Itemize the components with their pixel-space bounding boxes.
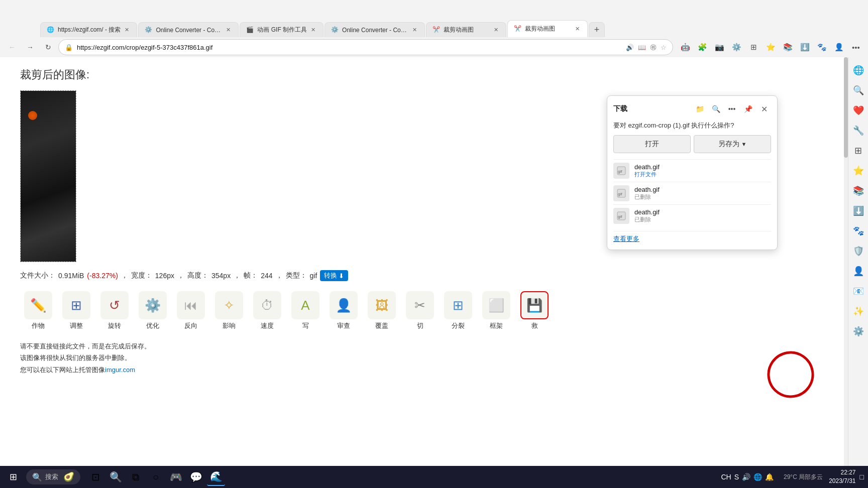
split-btn[interactable]: ⊞ <box>745 39 762 55</box>
scrollbar-thumb[interactable] <box>844 57 848 158</box>
tool-save[interactable]: 💾 救 <box>516 289 553 332</box>
more-options-btn[interactable]: ••• <box>848 39 864 55</box>
address-field[interactable]: 🔒 https://ezgif.com/crop/ezgif-5-373c437… <box>58 39 673 55</box>
tab-tab4[interactable]: ⚙️ Online Converter - Conver... ✕ <box>324 22 425 37</box>
sidebar-favorites[interactable]: ❤️ <box>849 101 867 119</box>
dp-question-text: 要对 ezgif.com-crop (1).gif 执行什么操作? <box>613 121 771 130</box>
taskbar-clock[interactable]: 22:27 2023/7/31 <box>829 468 855 485</box>
dp-close-btn[interactable]: ✕ <box>757 102 771 116</box>
imgur-link[interactable]: imgur.com <box>105 366 135 374</box>
extensions-btn[interactable]: 🧩 <box>694 39 710 55</box>
sidebar-star[interactable]: ⭐ <box>849 162 867 180</box>
tab-close[interactable]: ✕ <box>573 25 581 33</box>
taskbar-app-windows-btn[interactable]: ⊡ <box>86 468 104 486</box>
volume-icon[interactable]: 🔊 <box>742 473 750 481</box>
type-label: 类型： <box>286 271 307 280</box>
clock-date: 2023/7/31 <box>829 477 855 485</box>
ime-icon[interactable]: S <box>734 473 739 481</box>
profile-btn[interactable]: 👤 <box>831 39 847 55</box>
taskbar-app-task-view[interactable]: ⧉ <box>127 468 145 486</box>
favorite-icon[interactable]: ☆ <box>661 44 667 51</box>
convert-button[interactable]: 转换 ⬇ <box>320 270 348 281</box>
start-button[interactable]: ⊞ <box>4 468 22 486</box>
tool-frame[interactable]: ⬜ 框架 <box>478 289 514 332</box>
tool-write[interactable]: A 写 <box>287 289 323 332</box>
new-tab-button[interactable]: + <box>589 22 605 37</box>
sidebar-search[interactable]: 🔍 <box>849 81 867 99</box>
sidebar-copilot[interactable]: 🌐 <box>849 61 867 79</box>
lang-icon[interactable]: CH <box>721 473 731 481</box>
taskbar-app-wechat[interactable]: 💬 <box>187 468 205 486</box>
taskbar-app-edge[interactable]: 🌊 <box>207 468 225 486</box>
tab-tab5[interactable]: ✂️ 裁剪动画图 ✕ <box>426 22 506 37</box>
dp-more-btn[interactable]: ••• <box>725 102 739 116</box>
tab-close[interactable]: ✕ <box>492 26 500 34</box>
info-text-block: 请不要直接链接此文件，而是在完成后保存。 该图像将很快从我们的服务器中删除。 您… <box>20 340 828 376</box>
forward-button[interactable]: → <box>22 39 38 55</box>
tool-speed[interactable]: ⏱ 速度 <box>249 289 285 332</box>
tab-close[interactable]: ✕ <box>309 26 317 34</box>
dp-more-link[interactable]: 查看更多 <box>613 231 771 243</box>
dp-folder-btn[interactable]: 📁 <box>693 102 707 116</box>
taskbar-app-search-btn[interactable]: 🔍 <box>106 468 125 486</box>
tool-zuopin[interactable]: ✏️ 作物 <box>20 289 56 332</box>
tool-split[interactable]: ⊞ 分裂 <box>440 289 476 332</box>
taskbar-app-cortana[interactable]: ○ <box>147 468 165 486</box>
tool-speed-icon: ⏱ <box>253 291 281 319</box>
dp-file-item-2: gif death.gif 已删除 <box>613 204 771 227</box>
dp-pin-btn[interactable]: 📌 <box>741 102 755 116</box>
tool-optimize-icon: ⚙️ <box>139 291 167 319</box>
browser-essentials-btn[interactable]: 🐾 <box>814 39 830 55</box>
download-btn[interactable]: ⬇️ <box>797 39 813 55</box>
sidebar-profile[interactable]: 👤 <box>849 262 867 280</box>
convert-icon: ⬇ <box>339 272 344 280</box>
sidebar-shield[interactable]: 🛡️ <box>849 242 867 260</box>
tool-effect[interactable]: ✧ 影响 <box>211 289 247 332</box>
sidebar-grid[interactable]: ⊞ <box>849 142 867 160</box>
show-desktop-btn[interactable]: □ <box>860 473 864 481</box>
tool-speed-label: 速度 <box>261 321 274 330</box>
collections-btn[interactable]: 📚 <box>780 39 796 55</box>
tool-optimize[interactable]: ⚙️ 优化 <box>135 289 171 332</box>
tab-close[interactable]: ✕ <box>123 26 131 34</box>
dp-file-status-0[interactable]: 打开文件 <box>634 171 771 178</box>
tab-tab6[interactable]: ✂️ 裁剪动画图 ✕ <box>507 20 588 37</box>
settings-btn[interactable]: ⚙️ <box>728 39 744 55</box>
tab-close[interactable]: ✕ <box>410 26 418 34</box>
sidebar-gear[interactable]: ⚙️ <box>849 322 867 340</box>
sidebar-effects[interactable]: ✨ <box>849 302 867 320</box>
tab-close[interactable]: ✕ <box>224 26 232 34</box>
tool-overlay[interactable]: 🖼 覆盖 <box>364 289 400 332</box>
read-aloud-icon[interactable]: 📖 <box>638 44 646 51</box>
screenshot-btn[interactable]: 📷 <box>711 39 727 55</box>
taskbar-app-steam[interactable]: 🎮 <box>167 468 185 486</box>
immersive-reader-icon[interactable]: ㊗ <box>650 43 657 52</box>
tool-review[interactable]: 👤 审查 <box>325 289 362 332</box>
dp-save-btn[interactable]: 另存为 ▼ <box>694 135 771 153</box>
tool-adjust-label: 调整 <box>70 321 83 330</box>
refresh-button[interactable]: ↻ <box>40 39 56 55</box>
dp-open-btn[interactable]: 打开 <box>613 135 691 153</box>
sidebar-essentials[interactable]: 🐾 <box>849 222 867 240</box>
favorites-btn[interactable]: ⭐ <box>763 39 779 55</box>
scrollbar-track[interactable] <box>844 57 848 488</box>
back-button[interactable]: ← <box>4 39 20 55</box>
translate-icon[interactable]: 🔊 <box>626 44 634 51</box>
network-icon[interactable]: 🌐 <box>753 473 762 481</box>
tool-cut[interactable]: ✂ 切 <box>402 289 438 332</box>
copilot-icon-btn[interactable]: 🤖 <box>677 39 693 55</box>
taskbar-search[interactable]: 🔍 搜索 🥑 <box>26 469 80 484</box>
sidebar-settings[interactable]: 🔧 <box>849 121 867 140</box>
tab-tab2[interactable]: ⚙️ Online Converter - Conver... ✕ <box>138 22 239 37</box>
tool-adjust[interactable]: ⊞ 调整 <box>58 289 94 332</box>
sidebar-mail[interactable]: 📧 <box>849 282 867 300</box>
tool-rotate[interactable]: ↺ 旋转 <box>96 289 133 332</box>
taskbar-right: CH S 🔊 🌐 🔔 29°C 局部多云 22:27 2023/7/31 □ <box>721 468 864 485</box>
notification-icon[interactable]: 🔔 <box>765 473 774 481</box>
tool-reverse[interactable]: ⏮ 反向 <box>173 289 209 332</box>
dp-search-btn[interactable]: 🔍 <box>709 102 723 116</box>
sidebar-collections[interactable]: 📚 <box>849 182 867 200</box>
sidebar-downloads[interactable]: ⬇️ <box>849 202 867 220</box>
tab-tab3[interactable]: 🎬 动画 GIF 制作工具 ✕ <box>240 22 323 37</box>
tab-tab1[interactable]: 🌐 https://ezgif.com/ - 搜索 ✕ <box>40 22 137 37</box>
